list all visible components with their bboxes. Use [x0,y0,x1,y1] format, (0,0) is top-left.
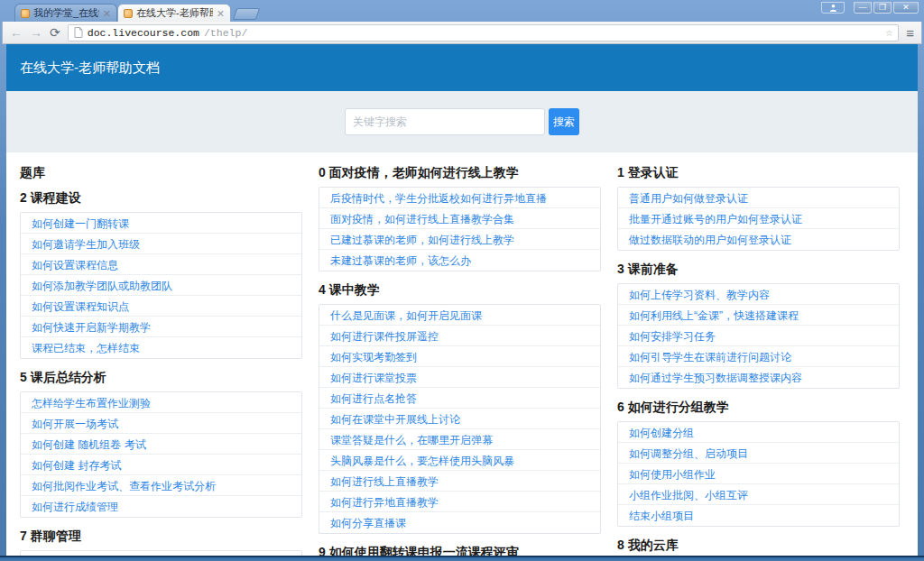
help-link[interactable]: 如何分享直播课 [330,517,406,529]
help-link-row[interactable]: 如何批阅作业考试、查看作业考试分析 [21,475,301,496]
bookmark-star-icon[interactable]: ☆ [885,27,892,39]
forward-icon[interactable]: → [30,26,42,39]
help-link-row[interactable]: 如何调整分组、启动项目 [618,443,899,464]
close-button[interactable]: ✕ [893,2,919,14]
help-link[interactable]: 如何进行线上直播教学 [330,475,439,488]
help-link[interactable]: 如何进行成绩管理 [32,501,118,513]
help-link-row[interactable]: 如何开展一场考试 [21,413,301,434]
help-link[interactable]: 如何安排学习任务 [629,330,716,343]
help-link[interactable]: 如何引导学生在课前进行问题讨论 [629,351,791,363]
help-link-row[interactable]: 如何进行成绩管理 [21,496,301,517]
help-link-row[interactable]: 如何在课堂中开展线上讨论 [319,409,600,429]
help-link[interactable]: 如何创建分组 [629,427,694,439]
minimize-button[interactable]: — [854,2,872,14]
help-link-row[interactable]: 如何创建 随机组卷 考试 [21,434,301,455]
help-link-row[interactable]: 如何进行点名抢答 [319,388,600,409]
help-link-row[interactable]: 什么是见面课，如何开启见面课 [319,305,600,326]
help-link[interactable]: 后疫情时代，学生分批返校如何进行异地直播 [330,192,547,205]
url-bar[interactable]: doc.livecourse.com/thelp/ ☆ [68,24,900,41]
window-bottom-frame [0,556,924,561]
help-link[interactable]: 头脑风暴是什么，要怎样使用头脑风暴 [330,455,514,467]
help-link-row[interactable]: 批量开通过账号的用户如何登录认证 [618,208,899,229]
tab-close-icon[interactable]: ✕ [217,9,225,18]
help-link-row[interactable]: 做过数据联动的用户如何登录认证 [618,229,899,250]
help-link[interactable]: 如何创建一门翻转课 [32,217,129,230]
help-link-row[interactable]: 已建过慕课的老师，如何进行线上教学 [319,229,600,250]
help-link-row[interactable]: 小组作业批阅、小组互评 [618,484,899,505]
help-link[interactable]: 如何利用线上“金课”，快速搭建课程 [629,309,799,322]
help-link[interactable]: 如何批阅作业考试、查看作业考试分析 [32,480,216,492]
help-link[interactable]: 面对疫情，如何进行线上直播教学合集 [330,213,514,225]
maximize-button[interactable]: ❐ [873,2,892,14]
help-link[interactable]: 如何在课堂中开展线上讨论 [330,413,460,426]
help-link-row[interactable]: 如何分享直播课 [319,512,600,533]
help-link[interactable]: 批量开通过账号的用户如何登录认证 [629,213,802,225]
help-link-row[interactable]: 如何设置课程信息 [21,254,301,275]
help-link[interactable]: 如何使用小组作业 [629,468,716,481]
help-link[interactable]: 什么是见面课，如何开启见面课 [330,309,482,322]
help-link[interactable]: 小组作业批阅、小组互评 [629,489,748,501]
profile-icon[interactable] [821,2,845,14]
help-link-row[interactable]: 如何引导学生在课前进行问题讨论 [618,346,899,367]
back-icon[interactable]: ← [10,26,23,39]
help-link-row[interactable]: 如何进行线上直播教学 [319,471,600,492]
help-link[interactable]: 如何创建 封存考试 [32,459,121,472]
help-link[interactable]: 课程已结束，怎样结束 [32,342,140,354]
help-link-row[interactable]: 如何进行课件投屏遥控 [319,326,600,346]
refresh-icon[interactable]: ⟳ [50,26,60,39]
help-link[interactable]: 课堂答疑是什么，在哪里开启弹幕 [330,434,493,446]
help-link[interactable]: 如何实现考勤签到 [330,351,417,363]
help-link[interactable]: 做过数据联动的用户如何登录认证 [629,234,791,246]
help-link-row[interactable]: 如何进行异地直播教学 [319,492,600,512]
help-link[interactable]: 如何设置课程知识点 [32,300,129,313]
help-link-row[interactable]: 如何创建分组 [618,422,899,443]
help-link-row[interactable]: 怎样给学生布置作业测验 [21,392,301,413]
new-tab-button[interactable] [233,8,261,20]
tab-help-doc[interactable]: 在线大学-老师帮助文档 ✕ [117,4,231,22]
help-link[interactable]: 如何进行课件投屏遥控 [330,330,439,343]
help-link-row[interactable]: 未建过慕课的老师，该怎么办 [319,250,600,271]
search-button[interactable]: 搜索 [549,108,579,135]
help-link-row[interactable]: 如何设置课程知识点 [21,296,301,317]
help-link[interactable]: 普通用户如何做登录认证 [629,192,748,205]
help-link-row[interactable]: 如何创建一门翻转课 [21,213,301,234]
help-link[interactable]: 如何进行异地直播教学 [330,496,439,509]
help-link[interactable]: 已建过慕课的老师，如何进行线上教学 [330,234,514,246]
help-link-row[interactable]: 如何邀请学生加入班级 [21,234,301,254]
search-input[interactable] [345,108,545,135]
help-link-row[interactable]: 如何实现考勤签到 [319,346,600,367]
help-link[interactable]: 如何上传学习资料、教学内容 [629,289,770,301]
help-link[interactable]: 如何进行课堂投票 [330,372,417,384]
help-link[interactable]: 未建过慕课的老师，该怎么办 [330,254,471,267]
tab-my-classroom[interactable]: 我的学堂_在线学堂_智慧 ✕ [14,4,117,22]
help-link-row[interactable]: 如何创建 封存考试 [21,455,301,475]
help-link-row[interactable]: 如何进行课堂投票 [319,367,600,388]
help-link-row[interactable]: 如何通过学生预习数据调整授课内容 [618,367,899,388]
help-link-row[interactable]: 如何使用小组作业 [618,464,899,484]
help-link-row[interactable]: 如何添加教学团队或助教团队 [21,275,301,296]
help-link-row[interactable]: 普通用户如何做登录认证 [618,188,899,208]
help-link[interactable]: 怎样给学生布置作业测验 [32,397,151,409]
help-link-row[interactable]: 面对疫情，如何进行线上直播教学合集 [319,208,600,229]
help-link[interactable]: 如何快速开启新学期教学 [32,321,151,334]
help-link-row[interactable]: 头脑风暴是什么，要怎样使用头脑风暴 [319,450,600,471]
menu-icon[interactable]: ≡ [906,26,914,40]
help-link-row[interactable]: 课堂答疑是什么，在哪里开启弹幕 [319,429,600,450]
help-link[interactable]: 结束小组项目 [629,510,694,522]
help-link[interactable]: 如何设置课程信息 [32,259,118,271]
help-link-row[interactable]: 结束小组项目 [618,505,899,526]
help-link[interactable]: 如何添加教学团队或助教团队 [32,280,172,292]
help-link-row[interactable]: 如何利用线上“金课”，快速搭建课程 [618,305,899,326]
help-link-row[interactable]: 如何上传学习资料、教学内容 [618,284,899,305]
help-link-row[interactable]: 如何快速开启新学期教学 [21,317,301,337]
help-link[interactable]: 如何进行点名抢答 [330,392,417,405]
tab-close-icon[interactable]: ✕ [103,9,111,18]
help-link[interactable]: 如何开展一场考试 [32,418,118,430]
help-link-row[interactable]: 后疫情时代，学生分批返校如何进行异地直播 [319,188,600,208]
help-link[interactable]: 如何调整分组、启动项目 [629,447,748,460]
help-link[interactable]: 如何创建 随机组卷 考试 [32,438,146,451]
help-link-row[interactable]: 如何安排学习任务 [618,326,899,346]
help-link[interactable]: 如何邀请学生加入班级 [32,238,140,251]
help-link-row[interactable]: 课程已结束，怎样结束 [21,337,301,358]
help-link[interactable]: 如何通过学生预习数据调整授课内容 [629,372,802,384]
